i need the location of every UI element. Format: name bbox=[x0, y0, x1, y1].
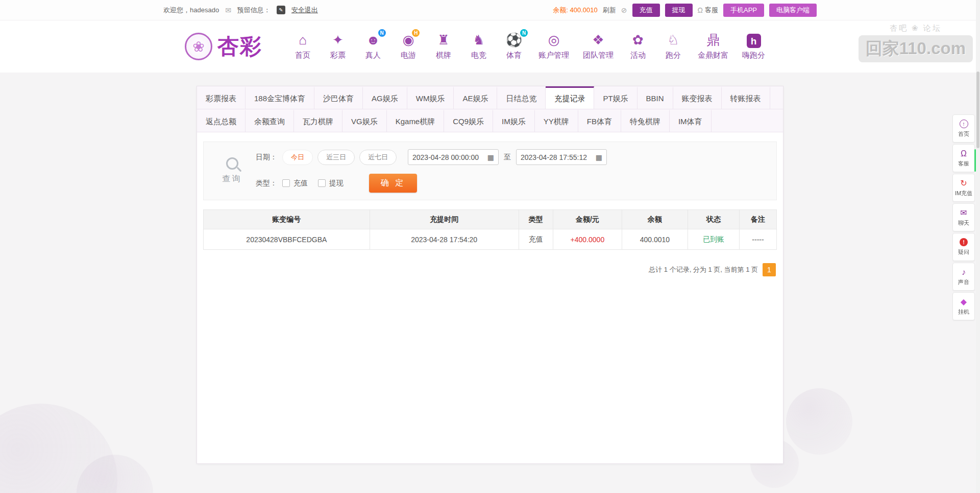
scrollbar-thumb[interactable] bbox=[976, 72, 979, 148]
checkbox-withdraw-box[interactable] bbox=[318, 179, 326, 187]
message-icon[interactable]: ✉ bbox=[225, 6, 231, 14]
pc-client-button[interactable]: 电脑客户端 bbox=[769, 4, 817, 17]
calendar-icon[interactable]: ▦ bbox=[596, 153, 602, 161]
tab[interactable]: 转账报表 bbox=[722, 86, 770, 109]
tab[interactable]: PT娱乐 bbox=[594, 86, 637, 109]
tab[interactable]: 188金宝博体育 bbox=[246, 86, 314, 109]
tab[interactable]: YY棋牌 bbox=[535, 109, 578, 132]
tab[interactable]: 账变报表 bbox=[673, 86, 722, 109]
col-header-amount: 金额/元 bbox=[553, 210, 622, 229]
deposit-button[interactable]: 充值 bbox=[632, 4, 660, 17]
nav-item-lottery[interactable]: ✦彩票 bbox=[327, 33, 349, 60]
nav-item-label: 嗨跑分 bbox=[742, 51, 765, 60]
mobile-app-button[interactable]: 手机APP bbox=[723, 4, 764, 17]
nav-item-wealth[interactable]: 鼎金鼎财富 bbox=[698, 33, 728, 60]
date-range-pills: 今日近三日近七日 bbox=[282, 150, 397, 165]
widget-sound[interactable]: ♪声音 bbox=[952, 263, 975, 291]
checkbox-deposit-label: 充值 bbox=[293, 179, 308, 188]
cell-order-no: 20230428VBBFCEDGBA bbox=[204, 229, 370, 250]
tab[interactable]: 日结总览 bbox=[497, 86, 546, 109]
tab[interactable]: WM娱乐 bbox=[407, 86, 454, 109]
slots-icon: ◉H bbox=[403, 33, 414, 48]
tab[interactable]: AE娱乐 bbox=[454, 86, 497, 109]
range-pill[interactable]: 近七日 bbox=[359, 150, 397, 165]
topbar: 欢迎您，hadesado ✉ 预留信息： ✎ 安全退出 余额: 400.0010… bbox=[0, 0, 980, 20]
nav-item-activity[interactable]: ✿活动 bbox=[627, 33, 649, 60]
account-icon: ◎ bbox=[548, 33, 560, 48]
widget-im-recharge[interactable]: ↻IM充值 bbox=[952, 174, 975, 202]
nav-item-paofen[interactable]: ♘跑分 bbox=[663, 33, 684, 60]
nav-item-team[interactable]: ❖团队管理 bbox=[583, 33, 614, 60]
tab[interactable]: AG娱乐 bbox=[363, 86, 407, 109]
watermark-line2: 回家110.com bbox=[859, 35, 973, 62]
checkbox-deposit[interactable]: 充值 bbox=[282, 179, 308, 188]
edit-icon[interactable]: ✎ bbox=[277, 6, 285, 14]
query-panel: 查询 日期： 今日近三日近七日 2023-04-28 00:00:00 ▦ 至 … bbox=[203, 142, 777, 200]
col-header-type: 类型 bbox=[519, 210, 553, 229]
refresh-link[interactable]: 刷新 bbox=[603, 6, 616, 15]
nav-item-hi-paofen[interactable]: h嗨跑分 bbox=[742, 34, 765, 60]
tab[interactable]: 瓦力棋牌 bbox=[294, 109, 342, 132]
tab[interactable]: IM体育 bbox=[670, 109, 712, 132]
wealth-icon: 鼎 bbox=[706, 33, 720, 48]
widget-home-top[interactable]: ↑首页 bbox=[952, 114, 975, 143]
nav-item-esports[interactable]: ♞电竞 bbox=[468, 33, 489, 60]
live-person-icon: ☻N bbox=[366, 33, 380, 48]
checkbox-withdraw-label: 提现 bbox=[329, 179, 344, 188]
withdraw-button[interactable]: 提现 bbox=[665, 4, 693, 17]
tab[interactable]: 充提记录 bbox=[546, 86, 594, 109]
confirm-button[interactable]: 确 定 bbox=[369, 174, 417, 193]
date-from-input[interactable]: 2023-04-28 00:00:00 ▦ bbox=[408, 149, 499, 165]
nav-item-label: 电竞 bbox=[471, 51, 486, 60]
range-pill[interactable]: 近三日 bbox=[317, 150, 355, 165]
tab-content: 查询 日期： 今日近三日近七日 2023-04-28 00:00:00 ▦ 至 … bbox=[197, 132, 783, 463]
board-games-icon: ♜ bbox=[437, 33, 449, 48]
widget-service[interactable]: Ω客服 bbox=[952, 144, 975, 172]
nav-item-account[interactable]: ◎账户管理 bbox=[538, 33, 569, 60]
calendar-icon[interactable]: ▦ bbox=[487, 153, 494, 161]
tab[interactable]: 余额查询 bbox=[246, 109, 294, 132]
tab[interactable]: BBIN bbox=[638, 86, 673, 109]
h-badge: H bbox=[412, 29, 420, 37]
widget-question[interactable]: !疑问 bbox=[952, 233, 975, 261]
nav-item-live[interactable]: ☻N真人 bbox=[362, 33, 384, 60]
tab[interactable]: VG娱乐 bbox=[342, 109, 387, 132]
eye-off-icon[interactable]: ⊘ bbox=[621, 6, 627, 14]
tab[interactable]: 沙巴体育 bbox=[314, 86, 363, 109]
widget-hangup[interactable]: ◆挂机 bbox=[952, 292, 975, 320]
customer-service-link[interactable]: Ω 客服 bbox=[698, 6, 718, 15]
checkbox-deposit-box[interactable] bbox=[282, 179, 290, 187]
logout-link[interactable]: 安全退出 bbox=[291, 6, 318, 15]
reserved-info-label: 预留信息： bbox=[237, 6, 271, 15]
date-to-input[interactable]: 2023-04-28 17:55:12 ▦ bbox=[516, 149, 607, 165]
tab[interactable]: CQ9娱乐 bbox=[444, 109, 493, 132]
col-header-order-no: 账变编号 bbox=[204, 210, 370, 229]
nav-item-label: 棋牌 bbox=[436, 51, 451, 60]
home-icon: ⌂ bbox=[299, 33, 307, 48]
widget-chat[interactable]: ✉聊天 bbox=[952, 203, 975, 231]
pagination-summary: 总计 1 个记录, 分为 1 页, 当前第 1 页 bbox=[649, 265, 758, 274]
tab[interactable]: 彩票报表 bbox=[197, 86, 246, 109]
table-row: 20230428VBBFCEDGBA2023-04-28 17:54:20充值+… bbox=[204, 229, 777, 250]
widget-label: IM充值 bbox=[955, 190, 972, 197]
nav-item-board[interactable]: ♜棋牌 bbox=[433, 33, 454, 60]
tab[interactable]: IM娱乐 bbox=[493, 109, 535, 132]
page-1-button[interactable]: 1 bbox=[763, 263, 776, 276]
nav-item-home[interactable]: ⌂首页 bbox=[292, 33, 313, 60]
nav-item-sports[interactable]: ⚽N体育 bbox=[503, 33, 525, 60]
sports-icon: ⚽N bbox=[506, 33, 522, 48]
tab[interactable]: 特兔棋牌 bbox=[621, 109, 670, 132]
chat-bubble-icon: ✉ bbox=[960, 208, 967, 217]
tab[interactable]: 返点总额 bbox=[197, 109, 246, 132]
checkbox-withdraw[interactable]: 提现 bbox=[318, 179, 344, 188]
main-panel: 彩票报表188金宝博体育沙巴体育AG娱乐WM娱乐AE娱乐日结总览充提记录PT娱乐… bbox=[197, 86, 783, 464]
brand-logo[interactable]: ❀ 杏彩 bbox=[185, 32, 262, 61]
page-scrollbar[interactable] bbox=[976, 0, 980, 493]
range-pill[interactable]: 今日 bbox=[282, 150, 313, 165]
search-icon bbox=[226, 157, 238, 170]
tab[interactable]: Kgame棋牌 bbox=[387, 109, 445, 132]
nav-item-slots[interactable]: ◉H电游 bbox=[398, 33, 419, 60]
nav-item-label: 活动 bbox=[630, 51, 646, 60]
brand-logo-icon: ❀ bbox=[185, 33, 212, 60]
tab[interactable]: FB体育 bbox=[578, 109, 621, 132]
